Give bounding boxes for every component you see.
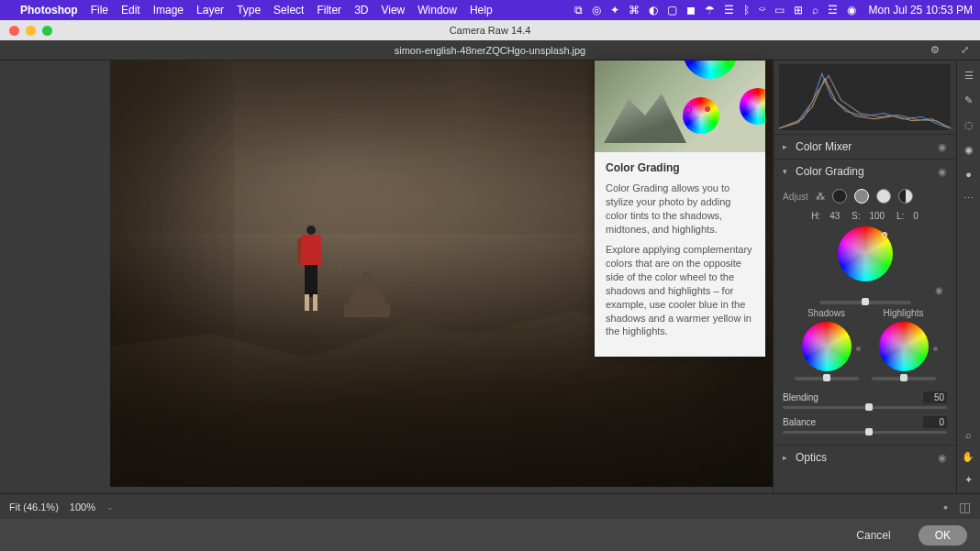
three-way-mode-icon[interactable]: ⁂ bbox=[816, 192, 825, 202]
blending-value[interactable]: 50 bbox=[923, 391, 947, 403]
bluetooth-icon[interactable]: ᛒ bbox=[743, 4, 750, 17]
mac-status-icons: ⧉ ◎ ✦ ⌘ ◐ ▢ ◼ ☂ ☰ ᛒ ⌔ ▭ ⊞ ⌕ ☲ ◉ bbox=[574, 4, 856, 17]
midtones-wheel[interactable]: ◉ bbox=[783, 226, 947, 304]
menu-window[interactable]: Window bbox=[418, 4, 457, 17]
control-center-icon[interactable]: ☲ bbox=[828, 4, 838, 17]
record-icon[interactable]: ⧉ bbox=[574, 4, 583, 17]
adjust-label: Adjust bbox=[783, 192, 808, 202]
highlights-luminance-slider[interactable] bbox=[872, 377, 936, 380]
section-optics[interactable]: ▸ Optics ◉ bbox=[774, 445, 956, 469]
section-label: Color Grading bbox=[796, 165, 938, 178]
ok-button[interactable]: OK bbox=[919, 525, 967, 545]
visibility-eye-icon[interactable]: ◉ bbox=[938, 166, 947, 178]
menubar-datetime[interactable]: Mon Jul 25 10:53 PM bbox=[869, 4, 973, 17]
section-label: Optics bbox=[796, 451, 938, 464]
menu-image[interactable]: Image bbox=[153, 4, 184, 17]
balance-row: Balance 0 bbox=[783, 416, 947, 428]
preview-eye-icon[interactable]: ◉ bbox=[935, 285, 943, 295]
app2-icon[interactable]: ◐ bbox=[649, 4, 658, 17]
before-after-view-icon[interactable]: ◫ bbox=[959, 500, 971, 514]
midtones-target-button[interactable] bbox=[854, 189, 869, 204]
filename-label: simon-english-48nerZQCHgo-unsplash.jpg bbox=[0, 45, 980, 56]
window-title: Camera Raw 14.4 bbox=[0, 25, 980, 36]
popup-illustration bbox=[595, 61, 765, 152]
blending-slider[interactable] bbox=[783, 406, 947, 409]
search-icon[interactable]: ⌕ bbox=[812, 4, 819, 17]
shadows-target-button[interactable] bbox=[832, 189, 847, 204]
edit-sliders-icon[interactable]: ☰ bbox=[964, 70, 974, 82]
balance-slider[interactable] bbox=[783, 431, 947, 434]
document-header: simon-english-48nerZQCHgo-unsplash.jpg ⚙… bbox=[0, 40, 980, 61]
menu-3d[interactable]: 3D bbox=[354, 4, 368, 17]
more-options-icon[interactable]: ⋯ bbox=[963, 193, 974, 204]
dialog-button-row: Cancel OK bbox=[0, 519, 980, 551]
siri-icon[interactable]: ◉ bbox=[847, 4, 856, 17]
shadows-label: Shadows bbox=[807, 308, 845, 318]
highlights-target-button[interactable] bbox=[876, 189, 891, 204]
zoom-tool-icon[interactable]: ⌕ bbox=[965, 429, 972, 440]
hand-tool-icon[interactable]: ✋ bbox=[962, 451, 974, 463]
menu-layer[interactable]: Layer bbox=[196, 4, 224, 17]
eyedropper-icon[interactable]: ✎ bbox=[964, 94, 973, 106]
menu-view[interactable]: View bbox=[381, 4, 405, 17]
sync-icon[interactable]: ✦ bbox=[610, 4, 619, 17]
blending-label: Blending bbox=[783, 392, 832, 402]
wifi-icon[interactable]: ⌔ bbox=[759, 4, 765, 17]
masking-icon[interactable]: ● bbox=[965, 169, 972, 180]
single-view-icon[interactable]: ▪ bbox=[943, 500, 948, 514]
battery-icon[interactable]: ▭ bbox=[774, 4, 785, 17]
color-grading-info-popup: Color Grading Color Grading allows you t… bbox=[595, 61, 765, 357]
app-name[interactable]: Photoshop bbox=[20, 4, 78, 17]
visibility-eye-icon[interactable]: ◉ bbox=[938, 141, 947, 153]
chevron-right-icon: ▸ bbox=[783, 453, 796, 462]
cloud-icon[interactable]: ◎ bbox=[592, 4, 601, 17]
popup-paragraph-1: Color Grading allows you to stylize your… bbox=[606, 182, 754, 236]
zoom-100-button[interactable]: 100% bbox=[70, 501, 95, 512]
fullscreen-toggle-icon[interactable]: ⤢ bbox=[961, 44, 969, 56]
settings-gear-icon[interactable]: ⚙ bbox=[930, 44, 940, 56]
menu-select[interactable]: Select bbox=[273, 4, 304, 17]
menu-filter[interactable]: Filter bbox=[317, 4, 341, 17]
shadows-luminance-slider[interactable] bbox=[795, 377, 859, 380]
section-color-grading[interactable]: ▾ Color Grading ◉ bbox=[774, 159, 956, 183]
target-adjust-icon[interactable]: ◌ bbox=[964, 119, 974, 131]
balance-label: Balance bbox=[783, 417, 832, 427]
menu-type[interactable]: Type bbox=[237, 4, 261, 17]
section-label: Color Mixer bbox=[796, 140, 938, 153]
histogram[interactable] bbox=[779, 64, 951, 130]
date-icon[interactable]: ⊞ bbox=[794, 4, 803, 17]
app1-icon[interactable]: ⌘ bbox=[629, 4, 640, 17]
bookmark-icon[interactable]: ◼ bbox=[686, 4, 696, 17]
highlights-label: Highlights bbox=[884, 308, 924, 318]
chevron-down-icon: ▾ bbox=[783, 167, 796, 176]
display-icon[interactable]: ▢ bbox=[667, 4, 677, 17]
menu-edit[interactable]: Edit bbox=[121, 4, 140, 17]
midtones-luminance-slider[interactable] bbox=[819, 301, 911, 304]
zoom-fit-label[interactable]: Fit (46.1%) bbox=[9, 501, 59, 512]
hsl-readout: H:43 S:100 L:0 bbox=[783, 211, 947, 221]
cancel-button[interactable]: Cancel bbox=[840, 525, 907, 545]
umbrella-icon[interactable]: ☂ bbox=[705, 4, 715, 17]
adjustments-panel: ▸ Color Mixer ◉ ▾ Color Grading ◉ Adjust… bbox=[773, 61, 956, 551]
global-target-button[interactable] bbox=[898, 189, 913, 204]
blending-row: Blending 50 bbox=[783, 391, 947, 403]
color-grading-body: Adjust ⁂ H:43 S:100 L:0 ◉ bbox=[774, 183, 956, 445]
menu-file[interactable]: File bbox=[91, 4, 108, 17]
mac-menu-bar: Photoshop File Edit Image Layer Type Sel… bbox=[0, 0, 980, 20]
window-title-bar: Camera Raw 14.4 bbox=[0, 20, 980, 40]
color-sampler-icon[interactable]: ✦ bbox=[964, 474, 973, 486]
chevron-right-icon: ▸ bbox=[783, 142, 796, 151]
section-color-mixer[interactable]: ▸ Color Mixer ◉ bbox=[774, 134, 956, 159]
eye-visibility-icon[interactable]: ◉ bbox=[964, 144, 974, 156]
bottom-status-bar: Fit (46.1%) 100% ⌄ ▪ ◫ bbox=[0, 493, 980, 519]
visibility-eye-icon[interactable]: ◉ bbox=[938, 452, 947, 464]
menu-icon[interactable]: ☰ bbox=[724, 4, 734, 17]
balance-value[interactable]: 0 bbox=[923, 416, 947, 428]
shadows-wheel[interactable] bbox=[795, 322, 859, 380]
zoom-dropdown-icon[interactable]: ⌄ bbox=[106, 502, 114, 512]
popup-paragraph-2: Explore applying complementary colors th… bbox=[606, 243, 754, 338]
menu-help[interactable]: Help bbox=[470, 4, 493, 17]
popup-title: Color Grading bbox=[606, 161, 754, 174]
highlights-wheel[interactable] bbox=[872, 322, 936, 380]
